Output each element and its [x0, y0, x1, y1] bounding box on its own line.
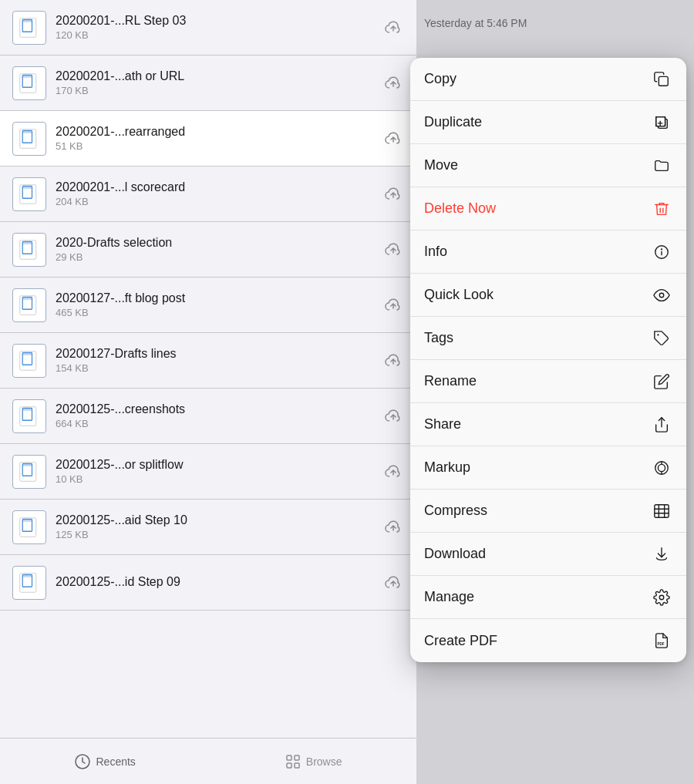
- menu-item-label: Download: [424, 546, 486, 562]
- file-icon: [12, 510, 46, 544]
- cloud-upload-icon: [382, 239, 404, 261]
- menu-item-move[interactable]: Move: [410, 144, 686, 187]
- cloud-upload-icon: [382, 572, 404, 594]
- svg-rect-58: [287, 763, 291, 768]
- info-icon: [651, 241, 672, 263]
- context-menu: Copy Duplicate Move Delete Now Info Quic…: [410, 58, 686, 662]
- file-size: 204 KB: [56, 196, 382, 207]
- menu-item-label: Create PDF: [424, 633, 497, 649]
- file-item[interactable]: 20200127-Drafts lines 154 KB: [0, 333, 416, 389]
- file-icon: [12, 344, 46, 378]
- menu-item-label: Quick Look: [424, 287, 494, 303]
- tab-recents-label: Recents: [96, 755, 135, 768]
- folder-icon: [651, 155, 672, 177]
- file-name: 20200125-...id Step 09: [56, 575, 382, 589]
- recents-icon: [74, 753, 91, 770]
- compress-icon: [651, 500, 672, 522]
- file-name: 20200127-Drafts lines: [56, 347, 382, 361]
- file-size: 465 KB: [56, 307, 382, 318]
- cloud-upload-icon: [382, 461, 404, 483]
- svg-rect-11: [22, 186, 32, 189]
- file-name: 2020-Drafts selection: [56, 236, 382, 250]
- svg-rect-20: [22, 352, 32, 355]
- file-name: 20200125-...or splitflow: [56, 458, 382, 472]
- file-size: 120 KB: [56, 29, 382, 41]
- file-name: 20200125-...aid Step 10: [56, 513, 382, 527]
- copy-icon: [651, 69, 672, 90]
- menu-item-label: Markup: [424, 459, 470, 476]
- tag-icon: [651, 328, 672, 349]
- cloud-upload-icon: [382, 516, 404, 538]
- svg-rect-17: [22, 297, 32, 300]
- file-icon: [12, 66, 46, 100]
- file-name: 20200201-...ath or URL: [56, 69, 382, 83]
- svg-text:PDF: PDF: [658, 642, 665, 646]
- menu-item-copy[interactable]: Copy: [410, 58, 686, 101]
- svg-rect-29: [22, 519, 32, 522]
- menu-item-quick-look[interactable]: Quick Look: [410, 274, 686, 317]
- file-size: 170 KB: [56, 85, 382, 96]
- menu-item-tags[interactable]: Tags: [410, 317, 686, 360]
- menu-item-download[interactable]: Download: [410, 533, 686, 576]
- menu-item-label: Info: [424, 244, 447, 260]
- file-size: 125 KB: [56, 529, 382, 540]
- markup-icon: [651, 457, 672, 479]
- file-size: 29 KB: [56, 251, 382, 263]
- cloud-upload-icon: [382, 350, 404, 372]
- menu-item-label: Share: [424, 416, 461, 432]
- menu-item-create-pdf[interactable]: Create PDF PDF: [410, 619, 686, 662]
- file-item[interactable]: 20200125-...aid Step 10 125 KB: [0, 500, 416, 555]
- svg-rect-57: [295, 755, 299, 760]
- cloud-upload-icon: [382, 183, 404, 205]
- file-list: 20200201-...RL Step 03 120 KB 20200201-.…: [0, 0, 416, 784]
- menu-item-label: Tags: [424, 330, 453, 346]
- file-icon: [12, 455, 46, 489]
- file-item[interactable]: 20200125-...or splitflow 10 KB: [0, 444, 416, 500]
- file-item[interactable]: 20200201-...ath or URL 170 KB: [0, 56, 416, 111]
- eye-icon: [651, 284, 672, 306]
- download-icon: [651, 543, 672, 565]
- cloud-upload-icon: [382, 128, 404, 150]
- menu-item-rename[interactable]: Rename: [410, 360, 686, 403]
- menu-item-duplicate[interactable]: Duplicate: [410, 101, 686, 144]
- menu-item-label: Manage: [424, 589, 474, 605]
- file-item[interactable]: 20200125-...id Step 09: [0, 555, 416, 611]
- svg-rect-2: [22, 19, 32, 22]
- file-item[interactable]: 20200201-...RL Step 03 120 KB: [0, 0, 416, 56]
- file-size: 10 KB: [56, 473, 382, 485]
- file-icon: [12, 288, 46, 322]
- file-item[interactable]: 20200201-...l scorecard 204 KB: [0, 167, 416, 222]
- duplicate-icon: [651, 112, 672, 133]
- file-icon: [12, 177, 46, 211]
- file-icon: [12, 566, 46, 600]
- file-item[interactable]: 20200125-...creenshots 664 KB: [0, 389, 416, 444]
- file-name: 20200201-...rearranged: [56, 125, 382, 139]
- file-item[interactable]: 2020-Drafts selection 29 KB: [0, 222, 416, 278]
- cloud-upload-icon: [382, 17, 404, 39]
- cloud-upload-icon: [382, 72, 404, 94]
- file-name: 20200125-...creenshots: [56, 402, 382, 416]
- menu-item-markup[interactable]: Markup: [410, 446, 686, 490]
- cloud-upload-icon: [382, 294, 404, 316]
- file-icon: [12, 122, 46, 156]
- menu-item-delete-now[interactable]: Delete Now: [410, 187, 686, 230]
- menu-item-compress[interactable]: Compress: [410, 490, 686, 533]
- file-name: 20200127-...ft blog post: [56, 291, 382, 305]
- file-timestamp: Yesterday at 5:46 PM: [424, 17, 527, 29]
- trash-icon: [651, 198, 672, 220]
- menu-item-info[interactable]: Info: [410, 230, 686, 274]
- file-size: 154 KB: [56, 362, 382, 374]
- tab-browse[interactable]: Browse: [269, 747, 358, 776]
- file-item[interactable]: 20200201-...rearranged 51 KB: [0, 111, 416, 167]
- file-icon: [12, 233, 46, 267]
- file-item[interactable]: 20200127-...ft blog post 465 KB: [0, 278, 416, 333]
- menu-item-share[interactable]: Share: [410, 403, 686, 446]
- menu-item-manage[interactable]: Manage: [410, 576, 686, 619]
- svg-rect-56: [287, 755, 291, 760]
- menu-item-label: Move: [424, 157, 458, 173]
- svg-point-41: [659, 293, 664, 298]
- menu-item-label: Compress: [424, 503, 487, 519]
- svg-rect-48: [655, 504, 669, 517]
- file-icon: [12, 11, 46, 45]
- tab-recents[interactable]: Recents: [59, 747, 150, 776]
